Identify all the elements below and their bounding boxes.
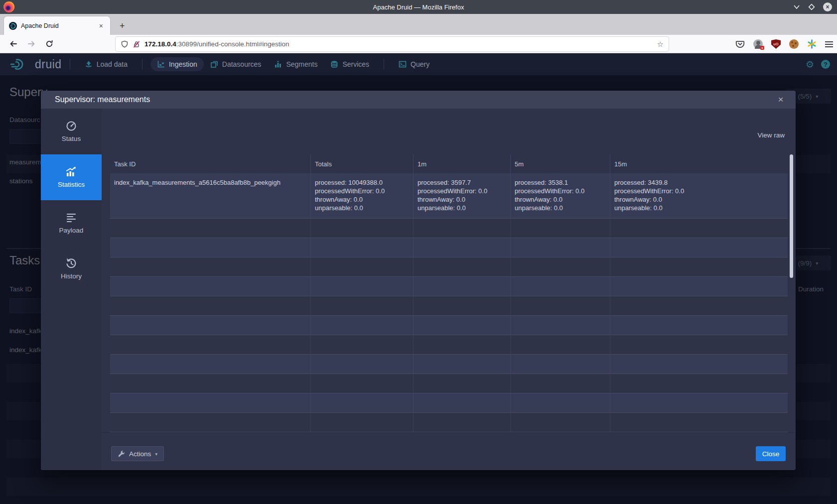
druid-favicon: [9, 22, 17, 30]
cell-5m: processed: 3538.1 processedWithError: 0.…: [510, 173, 610, 218]
insecure-lock-icon[interactable]: [133, 40, 140, 48]
col-header-totals[interactable]: Totals: [310, 154, 413, 173]
tab-close-icon[interactable]: ×: [97, 21, 105, 30]
browser-toolbar: 172.18.0.4:30899/unified-console.html#in…: [0, 35, 837, 53]
table-scrollbar[interactable]: [790, 154, 793, 278]
cell-totals: processed: 10049388.0 processedWithError…: [310, 173, 413, 218]
cell-15m: processed: 3439.8 processedWithError: 0.…: [610, 173, 788, 218]
nav-item-load-data[interactable]: Load data: [78, 57, 134, 71]
datasources-icon: [210, 60, 218, 68]
tab-title: Apache Druid: [21, 22, 93, 29]
forward-icon[interactable]: [24, 37, 39, 51]
col-header-1m[interactable]: 1m: [413, 154, 510, 173]
window-title: Apache Druid — Mozilla Firefox: [0, 3, 837, 11]
table-row: [110, 354, 788, 374]
help-icon[interactable]: ?: [821, 60, 830, 69]
nav-divider: [384, 59, 384, 70]
tracking-shield-icon[interactable]: [121, 40, 129, 48]
table-row: [110, 374, 788, 393]
druid-navbar: druid Load data Ingestion Datasources: [0, 53, 837, 75]
empty-rows: [110, 218, 788, 432]
url-host: 172.18.0.4: [144, 40, 176, 48]
ingestion-icon: [157, 60, 165, 68]
tab-status[interactable]: Status: [41, 109, 102, 154]
segments-icon: [274, 60, 282, 68]
table-row: [110, 393, 788, 412]
tab-statistics[interactable]: Statistics: [41, 154, 102, 200]
browser-tab-apache-druid[interactable]: Apache Druid ×: [4, 16, 110, 35]
table-row: [110, 315, 788, 335]
url-bar[interactable]: 172.18.0.4:30899/unified-console.html#in…: [116, 37, 669, 51]
url-text[interactable]: 172.18.0.4:30899/unified-console.html#in…: [144, 40, 653, 48]
ublock-origin-icon[interactable]: uO: [771, 39, 781, 49]
table-row: [110, 218, 788, 238]
pocket-icon[interactable]: [735, 39, 745, 49]
account-extension-icon[interactable]: x: [753, 39, 763, 49]
dialog-close-icon[interactable]: ×: [775, 94, 787, 106]
nav-item-segments[interactable]: Segments: [268, 57, 324, 71]
col-header-task-id[interactable]: Task ID: [110, 154, 310, 173]
url-path: :30899/unified-console.html#ingestion: [176, 40, 289, 48]
col-header-15m[interactable]: 15m: [610, 154, 788, 173]
dialog-header: Supervisor: measurements ×: [41, 91, 796, 109]
dashboard-gauge-icon: [66, 121, 77, 131]
cell-task-id: index_kafka_measurements_a5616c5ba8afb8b…: [110, 173, 310, 218]
tab-history[interactable]: History: [41, 246, 102, 292]
table-row[interactable]: index_kafka_measurements_a5616c5ba8afb8b…: [110, 173, 788, 218]
chevron-down-icon: ▾: [155, 451, 157, 457]
supervisor-dialog: Supervisor: measurements × Status: [41, 91, 796, 470]
table-header-row: Task ID Totals 1m 5m 15m: [110, 154, 788, 173]
new-tab-button[interactable]: +: [116, 20, 129, 32]
close-button[interactable]: Close: [756, 446, 786, 461]
window-maximize-icon[interactable]: [808, 3, 815, 10]
align-left-text-icon: [66, 212, 77, 223]
druid-logo-icon: [10, 57, 31, 72]
statistics-table: Task ID Totals 1m 5m 15m index_kafka_mea…: [110, 154, 788, 432]
table-row: [110, 335, 788, 354]
services-icon: [330, 60, 338, 68]
settings-gear-icon[interactable]: ⚙: [806, 60, 814, 69]
nav-item-datasources[interactable]: Datasources: [204, 57, 268, 71]
history-clock-icon: [66, 258, 77, 269]
tab-payload[interactable]: Payload: [41, 200, 102, 246]
table-row: [110, 257, 788, 276]
upload-icon: [85, 60, 93, 68]
dialog-sidebar: Status Statistics Pay: [41, 109, 102, 470]
cell-1m: processed: 3597.7 processedWithError: 0.…: [413, 173, 510, 218]
colorful-extension-icon[interactable]: [807, 39, 817, 49]
table-row: [110, 296, 788, 315]
menu-icon[interactable]: [825, 41, 833, 47]
tab-bar: Apache Druid × +: [0, 14, 837, 35]
table-row: [110, 276, 788, 296]
back-icon[interactable]: [6, 37, 21, 51]
nav-item-query[interactable]: Query: [392, 57, 436, 71]
dialog-footer: Actions ▾ Close: [102, 432, 796, 470]
window-minimize-icon[interactable]: [793, 3, 800, 10]
view-raw-link[interactable]: View raw: [757, 131, 785, 139]
firefox-logo-icon: [3, 1, 14, 12]
nav-item-ingestion[interactable]: Ingestion: [150, 57, 204, 71]
dialog-title: Supervisor: measurements: [55, 95, 150, 104]
table-row: [110, 412, 788, 432]
window-close-icon[interactable]: ×: [823, 2, 832, 11]
cookie-extension-icon[interactable]: [789, 39, 799, 49]
wrench-icon: [118, 450, 125, 458]
nav-divider: [142, 59, 142, 70]
query-icon: [399, 60, 407, 68]
bookmark-star-icon[interactable]: ☆: [657, 40, 664, 49]
window-titlebar: Apache Druid — Mozilla Firefox ×: [0, 0, 837, 14]
dialog-content: View raw Task ID Totals 1m 5m 15m index_…: [102, 109, 796, 432]
nav-divider: [70, 59, 70, 70]
table-row: [110, 238, 788, 257]
col-header-5m[interactable]: 5m: [510, 154, 610, 173]
actions-button[interactable]: Actions ▾: [111, 446, 164, 461]
druid-logo[interactable]: druid: [10, 57, 62, 72]
chart-increase-icon: [65, 166, 77, 177]
nav-item-services[interactable]: Services: [324, 57, 376, 71]
screen: Apache Druid — Mozilla Firefox × Apache …: [0, 0, 837, 504]
druid-brand-text: druid: [35, 58, 62, 71]
reload-icon[interactable]: [42, 37, 57, 51]
